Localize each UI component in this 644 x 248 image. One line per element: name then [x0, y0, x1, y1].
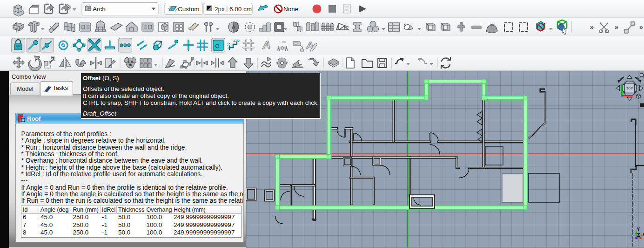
svg-text:1.00: 1.00 [279, 40, 286, 44]
svg-text:Y: Y [637, 227, 640, 232]
svg-text:2px: 2px [215, 6, 225, 13]
svg-text:A: A [262, 39, 270, 51]
svg-text:»: » [639, 23, 643, 31]
svg-text:Arch: Arch [93, 6, 106, 13]
svg-text:A: A [231, 24, 236, 31]
svg-text:|: | [226, 5, 228, 12]
svg-text:1.00: 1.00 [227, 42, 230, 49]
svg-text:6.00 cm: 6.00 cm [229, 6, 252, 13]
svg-text:TOP: TOP [626, 87, 633, 90]
svg-text:»: » [590, 23, 594, 31]
svg-text:1.00: 1.00 [233, 39, 240, 42]
svg-text:Z: Z [637, 233, 640, 238]
svg-text:None: None [283, 6, 298, 13]
svg-text:Custom: Custom [178, 6, 200, 13]
svg-text:»: » [615, 23, 618, 31]
svg-text:X: X [642, 232, 644, 237]
